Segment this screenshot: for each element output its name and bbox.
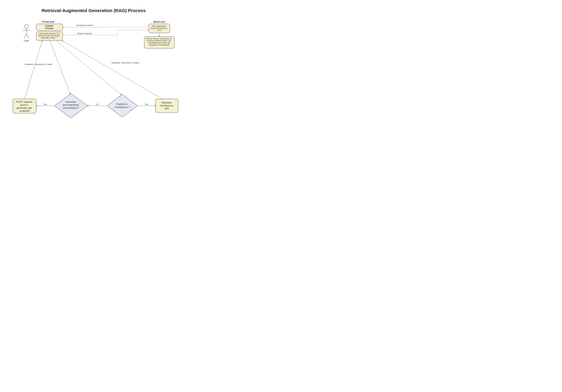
- node-confluence-api: Atlassian Confluence API: [155, 99, 178, 113]
- svg-line-4: [26, 34, 29, 38]
- edge-yes-right-label: Yes: [145, 103, 148, 106]
- svg-line-3: [24, 34, 26, 38]
- node-post-ppt: POST request sent to generate_ppt endpoi…: [13, 99, 36, 113]
- edge-feedback-right: Feedback: Successful or Failed: [62, 40, 162, 99]
- node-user-query-label: User query+prompt: E.g "based on the tex…: [38, 33, 61, 39]
- node-user-query: User query+prompt: E.g "based on the tex…: [36, 32, 63, 40]
- section-backend-label: Back end: [153, 20, 165, 23]
- diagram-title: Retrieval-Augmented Generation (RAG) Pro…: [42, 8, 146, 13]
- edge-yes-right: Yes: [137, 103, 155, 106]
- svg-point-0: [24, 24, 28, 28]
- edge-no-mid-label: No: [96, 103, 99, 106]
- node-kendra: Kendra search, connection to Amazon Bedr…: [144, 36, 174, 48]
- diagram-canvas: Retrieval-Augmented Generation (RAG) Pro…: [0, 0, 187, 131]
- edge-userquery-to-gen: [50, 40, 70, 94]
- edge-no-mid: No: [88, 103, 107, 106]
- node-content-preview-label: Content Preview: [45, 25, 54, 29]
- edge-generated-content: Generated Content: [63, 24, 149, 27]
- node-rag-backend: RAG application backend hosted on EC2: [149, 24, 170, 33]
- edge-yes-left-label: Yes: [44, 103, 47, 106]
- edge-request-payload: Request Payload: [63, 30, 149, 35]
- edge-request-payload-label: Request Payload: [77, 32, 92, 35]
- node-content-preview: Content Preview: [36, 24, 63, 31]
- edge-feedback-right-label: Feedback: Successful or Failed: [112, 62, 139, 64]
- node-kendra-label: Kendra search, connection to Amazon Bedr…: [146, 37, 172, 46]
- edge-feedback-left-label: Feedback: Successful or Failed: [25, 63, 52, 65]
- section-frontend-label: Front end: [42, 20, 54, 23]
- node-publish-confluence-label: Publish to Confluence ?: [115, 103, 130, 109]
- node-publish-confluence: Publish to Confluence ?: [107, 95, 137, 117]
- user-actor-label: User: [24, 39, 29, 42]
- edge-userquery-to-publish: [56, 40, 121, 95]
- node-generate-download: Generate and download presentation?: [54, 94, 88, 118]
- edge-feedback-left: Feedback: Successful or Failed: [24, 41, 52, 99]
- edge-generated-content-label: Generated Content: [76, 24, 93, 26]
- edge-yes-left: Yes: [36, 103, 54, 106]
- user-actor: User: [23, 24, 30, 42]
